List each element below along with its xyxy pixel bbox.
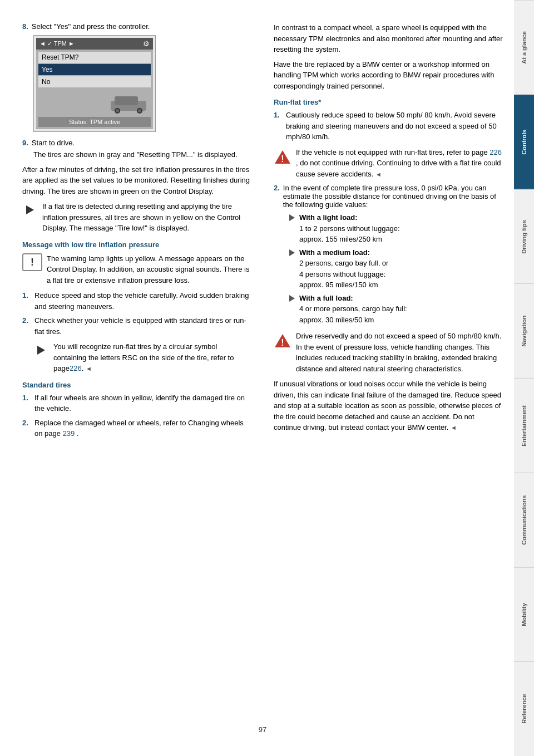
steps-runflat-list: 1. Cautiously reduce speed to below 50 m… [274,110,503,143]
sidebar-tab-mobility[interactable]: Mobility [514,567,534,662]
step-st2-text: Replace the damaged wheel or wheels, ref… [34,418,251,439]
tpm-no-item: No [38,76,151,87]
back-mark-3: ◄ [451,424,457,431]
bullet-list: With a light load: 1 to 2 persons withou… [289,212,503,325]
para-unusual: If unusual vibrations or loud noises occ… [274,379,503,433]
svg-point-5 [138,109,141,112]
note-2-link: 226 [70,364,82,372]
right-column: In contrast to a compact wheel, a spare … [269,22,503,716]
step-8-number: 8. [22,22,28,31]
note-box-2: You will recognize run-flat tires by a c… [33,341,251,374]
tpm-car-image [106,90,151,115]
standard-step-1: 1. If all four wheels are shown in yello… [22,392,251,414]
warning-note-text: The warning lamp lights up yellow. A mes… [47,253,251,286]
bullet-1-text: 1 to 2 persons without luggage:approx. 1… [299,224,400,244]
tpm-status-text: Status: TPM active [38,117,151,127]
bullet-1-content: With a light load: 1 to 2 persons withou… [299,212,400,245]
bullet-1-head: With a light load: [299,213,358,222]
note-2-text: You will recognize run-flat tires by a c… [53,341,251,374]
warning-1-link: 226 [490,148,502,156]
warning-note-box: ! The warning lamp lights up yellow. A m… [22,253,251,286]
step-st1-num: 1. [22,392,31,414]
standard-step-2: 2. Replace the damaged wheel or wheels, … [22,418,251,439]
step-2r-num: 2. [274,184,280,209]
bullet-2-content: With a medium load: 2 persons, cargo bay… [299,247,388,291]
sidebar-tab-navigation[interactable]: Navigation [514,283,534,378]
warning-2-text: Drive reservedly and do not exceed a spe… [296,331,503,374]
play-icon-2 [33,342,49,358]
step-rf1-num: 1. [274,110,283,143]
tpm-reset-item: Reset TPM? [38,52,151,63]
page-number: 97 [22,725,503,734]
tpm-header-text: ◄ ✓ TPM ► [39,40,75,47]
tpm-body: Reset TPM? Yes No [36,50,153,129]
play-triangle-2 [37,346,45,355]
steps-low-pressure-list: 1. Reduce speed and stop the vehicle car… [22,290,251,337]
play-triangle-1 [26,205,34,214]
note-1-text: If a flat tire is detected during resett… [42,201,251,234]
step-lp1-text: Reduce speed and stop the vehicle carefu… [34,290,251,312]
runflat-step-1: 1. Cautiously reduce speed to below 50 m… [274,110,503,143]
sidebar-tab-driving-tips[interactable]: Driving tips [514,189,534,284]
step-rf1-text: Cautiously reduce speed to below 50 mph/… [286,110,503,143]
sidebar-tab-controls[interactable]: Controls [514,95,534,189]
play-icon-1 [22,202,38,218]
section-heading-runflat: Run-flat tires* [274,98,503,106]
exclamation-symbol: ! [31,257,34,267]
right-para-1: In contrast to a compact wheel, a spare … [274,22,503,55]
para-resetting: After a few minutes of driving, the set … [22,164,251,197]
step-9: 9. Start to drive. [22,139,251,147]
step-lp1-num: 1. [22,290,31,312]
step-st1-text: If all four wheels are shown in yellow, … [34,392,251,414]
section-heading-low-pressure: Message with low tire inflation pressure [22,240,251,249]
step-2-right: 2. In the event of complete tire pressur… [274,184,503,209]
note-box-1: If a flat tire is detected during resett… [22,201,251,234]
tpm-screen: ◄ ✓ TPM ► ⚙ Reset TPM? Yes No [33,35,156,132]
step-9-number: 9. [22,139,28,147]
step-lp2-num: 2. [22,315,31,337]
bullet-light-load: With a light load: 1 to 2 persons withou… [289,212,503,245]
sidebar-tab-communications[interactable]: Communications [514,473,534,567]
exclamation-icon: ! [22,253,42,271]
sidebar: At a glance Controls Driving tips Naviga… [514,0,534,756]
step-st2-num: 2. [22,418,31,439]
step-8: 8. Select "Yes" and press the controller… [22,22,251,31]
left-column: 8. Select "Yes" and press the controller… [22,22,256,716]
low-pressure-step-2: 2. Check whether your vehicle is equippe… [22,315,251,337]
two-col-layout: 8. Select "Yes" and press the controller… [22,22,503,716]
bullet-3-content: With a full load: 4 or more persons, car… [299,293,407,326]
warning-triangle-icon-1: ! [274,148,291,166]
bullet-3-text: 4 or more persons, cargo bay full:approx… [299,305,407,324]
back-mark-1: ◄ [86,365,92,372]
bullet-arrow-1 [289,214,295,221]
warning-box-1: ! If the vehicle is not equipped with ru… [274,147,503,180]
tpm-settings-icon: ⚙ [143,40,150,48]
sidebar-tab-at-a-glance[interactable]: At a glance [514,0,534,95]
bullet-2-text: 2 persons, cargo bay full, or4 persons w… [299,259,388,289]
bullet-medium-load: With a medium load: 2 persons, cargo bay… [289,247,503,291]
bullet-2-head: With a medium load: [299,248,370,257]
note-2-end: . [82,364,84,372]
step-2r-text: In the event of complete tire pressure l… [283,184,503,209]
tpm-header: ◄ ✓ TPM ► ⚙ [36,38,153,50]
step-8-text: Select "Yes" and press the controller. [32,22,150,31]
svg-point-4 [116,109,119,112]
svg-text:!: ! [281,154,284,164]
tpm-yes-item: Yes [38,64,151,75]
back-mark-2: ◄ [375,171,382,178]
warning-1-text: If the vehicle is not equipped with run-… [296,147,503,180]
warning-box-2: ! Drive reservedly and do not exceed a s… [274,331,503,374]
steps-standard-list: 1. If all four wheels are shown in yello… [22,392,251,439]
bullet-full-load: With a full load: 4 or more persons, car… [289,293,503,326]
low-pressure-step-1: 1. Reduce speed and stop the vehicle car… [22,290,251,312]
section-heading-standard: Standard tires [22,381,251,389]
bullet-arrow-2 [289,249,295,256]
sidebar-tab-reference[interactable]: Reference [514,661,534,756]
step-lp2-text: Check whether your vehicle is equipped w… [34,315,251,337]
sidebar-tab-entertainment[interactable]: Entertainment [514,378,534,473]
warning-triangle-icon-2: ! [274,332,291,350]
step-9-text: Start to drive. [32,139,75,147]
bullet-3-head: With a full load: [299,294,353,302]
svg-rect-1 [115,96,138,105]
right-para-2: Have the tire replaced by a BMW center o… [274,59,503,92]
